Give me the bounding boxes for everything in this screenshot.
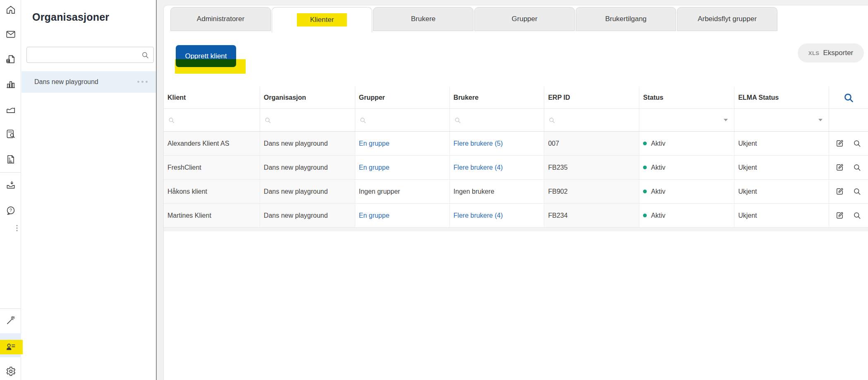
edit-row-button[interactable] xyxy=(835,187,844,196)
tab-grupper[interactable]: Grupper xyxy=(474,7,575,31)
filter-organisasjon-input[interactable] xyxy=(260,109,355,131)
cell-brukere: Flere brukere (4) xyxy=(450,204,544,227)
cell-text: Dans new playground xyxy=(264,140,328,147)
column-header-organisasjon[interactable]: Organisasjon xyxy=(260,87,355,108)
view-row-button[interactable] xyxy=(852,187,862,196)
cell-text: FB902 xyxy=(548,188,567,195)
cell-text: FB235 xyxy=(548,164,567,171)
grupper-link[interactable]: En gruppe xyxy=(359,212,390,219)
cell-text: Martines Klient xyxy=(167,212,211,219)
inbox-tray-icon xyxy=(5,180,16,190)
cell-text: FreshClient xyxy=(167,164,201,171)
table-search-button[interactable] xyxy=(829,87,868,108)
status-text: Aktiv xyxy=(651,188,665,195)
status-dot-icon xyxy=(643,142,647,145)
cell-organisasjon: Dans new playground xyxy=(260,204,355,227)
rail-item-help[interactable]: ? xyxy=(0,202,21,219)
tab-label: Administratorer xyxy=(197,15,244,23)
rail-item-more-vertical[interactable] xyxy=(0,220,21,236)
app-root: $? Organisasjoner Dans new playground Ad… xyxy=(0,0,868,380)
cell-grupper: En gruppe xyxy=(355,204,450,227)
brukere-link[interactable]: Flere brukere (4) xyxy=(454,164,503,171)
table-row: Alexanders Klient ASDans new playgroundE… xyxy=(164,132,868,156)
filter-klient-input[interactable] xyxy=(164,109,260,131)
cell-erp_id: FB902 xyxy=(544,180,639,203)
help-icon: ? xyxy=(5,205,16,216)
table-row: FreshClientDans new playgroundEn gruppeF… xyxy=(164,156,868,180)
tab-klienter[interactable]: Klienter xyxy=(272,7,372,32)
tab-label: Grupper xyxy=(512,15,537,23)
brukere-link[interactable]: Flere brukere (4) xyxy=(454,212,503,219)
table-header-row: KlientOrganisasjonGrupperBrukereERP IDSt… xyxy=(164,87,868,109)
cell-text: Håkons klient xyxy=(167,188,207,195)
row-actions xyxy=(829,204,868,227)
cell-text: Alexanders Klient AS xyxy=(167,140,229,147)
tab-arbeidsflyt-grupper[interactable]: Arbeidsflyt grupper xyxy=(677,7,777,31)
tab-brukere[interactable]: Brukere xyxy=(373,7,473,31)
organisations-panel: Organisasjoner Dans new playground xyxy=(22,0,157,380)
rail-item-settings-gear[interactable] xyxy=(0,363,21,380)
ellipsis-horizontal-icon[interactable] xyxy=(137,81,148,83)
rail-item-mail[interactable] xyxy=(0,26,21,43)
tab-administratorer[interactable]: Administratorer xyxy=(170,7,271,31)
column-header-elma_status[interactable]: ELMA Status xyxy=(734,87,829,108)
brukere-link[interactable]: Flere brukere (5) xyxy=(454,140,503,147)
cell-text: 007 xyxy=(548,140,559,147)
status-text: Aktiv xyxy=(651,140,665,147)
rail-item-home[interactable] xyxy=(0,2,21,18)
rail-item-user-admin[interactable] xyxy=(0,339,21,355)
table-filter-row xyxy=(164,109,868,132)
rail-item-document-search[interactable] xyxy=(0,126,21,142)
column-header-brukere[interactable]: Brukere xyxy=(450,87,544,108)
cell-status: Aktiv xyxy=(639,180,734,203)
cell-grupper: Ingen grupper xyxy=(355,180,450,203)
filter-elma_status-select[interactable] xyxy=(734,109,829,131)
cell-klient: Martines Klient xyxy=(164,204,260,227)
search-icon xyxy=(264,116,272,124)
edit-row-button[interactable] xyxy=(835,139,844,148)
column-header-label: Status xyxy=(643,94,663,101)
organisation-list-item[interactable]: Dans new playground xyxy=(22,71,156,93)
organisation-search-input[interactable] xyxy=(31,48,138,62)
view-row-button[interactable] xyxy=(852,139,862,148)
edit-row-button[interactable] xyxy=(835,163,844,172)
row-actions xyxy=(829,132,868,155)
grupper-link[interactable]: En gruppe xyxy=(359,140,390,147)
xls-export-button[interactable]: XLS Eksporter xyxy=(798,43,864,63)
filter-erp_id-input[interactable] xyxy=(544,109,639,131)
rail-item-inbox-tray[interactable] xyxy=(0,177,21,193)
column-header-klient[interactable]: Klient xyxy=(164,87,260,108)
rail-item-documents-coins[interactable] xyxy=(0,51,21,67)
column-header-status[interactable]: Status xyxy=(639,87,734,108)
rail-item-invoice[interactable]: $ xyxy=(0,151,21,168)
tab-brukertilgang[interactable]: Brukertilgang xyxy=(576,7,676,31)
chevron-down-icon xyxy=(724,119,728,121)
cell-elma_status: Ukjent xyxy=(734,204,829,227)
cell-text: Ingen grupper xyxy=(359,188,400,195)
view-row-button[interactable] xyxy=(852,211,862,220)
cell-organisasjon: Dans new playground xyxy=(260,180,355,203)
area-chart-icon xyxy=(5,104,16,115)
cell-text: Ukjent xyxy=(738,164,757,171)
view-row-button[interactable] xyxy=(852,163,862,172)
cell-erp_id: 007 xyxy=(544,132,639,155)
search-icon xyxy=(548,116,556,124)
filter-status-select[interactable] xyxy=(639,109,734,131)
chevron-down-icon xyxy=(818,119,823,121)
rail-item-bar-chart[interactable] xyxy=(0,76,21,92)
status-text: Aktiv xyxy=(651,212,665,219)
rail-item-magic-wand[interactable] xyxy=(0,312,21,329)
grupper-link[interactable]: En gruppe xyxy=(359,164,390,171)
column-header-erp_id[interactable]: ERP ID xyxy=(544,87,639,108)
filter-grupper-input[interactable] xyxy=(355,109,450,131)
filter-brukere-input[interactable] xyxy=(450,109,544,131)
column-header-grupper[interactable]: Grupper xyxy=(355,87,450,108)
row-actions xyxy=(829,180,868,203)
cell-status: Aktiv xyxy=(639,132,734,155)
cell-text: Ukjent xyxy=(738,140,757,147)
tab-label: Klienter xyxy=(297,13,347,26)
rail-item-area-chart[interactable] xyxy=(0,101,21,118)
edit-row-button[interactable] xyxy=(835,211,844,220)
cell-elma_status: Ukjent xyxy=(734,132,829,155)
filter-actions-empty xyxy=(829,109,868,131)
